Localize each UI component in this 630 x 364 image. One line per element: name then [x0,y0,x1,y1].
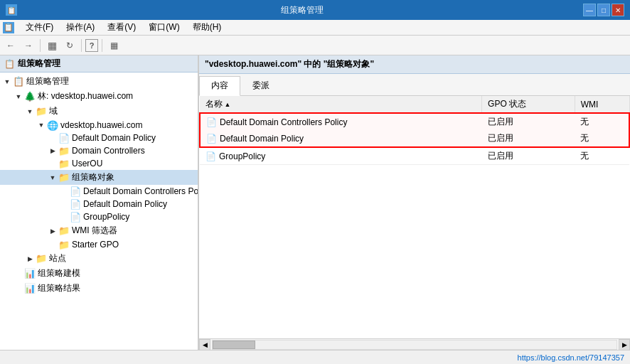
table-row[interactable]: 📄Default Domain Policy已启用无 [200,130,629,147]
refresh-button[interactable]: ↻ [62,38,78,53]
list-button[interactable]: ▦ [44,38,60,53]
tree-item-domain[interactable]: ▼ 🌐 vdesktop.huawei.com [0,119,198,132]
maximize-button[interactable]: □ [597,4,610,16]
toolbar: ← → ▦ ↻ ? ▦ [0,36,630,55]
tree-icon-domain: 🌐 [47,120,58,130]
tree-icon-userou: 📁 [58,159,70,168]
help-button[interactable]: ? [85,39,98,52]
tree-item-root[interactable]: ▼ 📋 组策略管理 [0,74,198,89]
tree-icon-gpo: 📁 [58,173,70,183]
col-wmi[interactable]: WMI [575,96,629,113]
tree-item-forest[interactable]: ▼ 🌲 林: vdesktop.huawei.com [0,89,198,104]
cell-gpo-status: 已启用 [482,113,575,130]
toolbar-separator-1 [40,39,41,52]
cell-name: 📄GroupPolicy [200,147,482,165]
status-bar: https://blog.csdn.net/79147357 [0,350,630,364]
doc-icon: 📄 [206,117,217,127]
toolbar-separator-2 [81,39,82,52]
expand-root[interactable]: ▼ [3,77,11,86]
tree-item-domains[interactable]: ▼ 📁 域 [0,104,198,119]
tree-label-userou: UserOU [72,159,102,168]
col-gpo-status[interactable]: GPO 状态 [482,96,575,113]
right-panel-header-text: "vdesktop.huawei.com" 中的 "组策略对象" [205,59,374,69]
menu-help[interactable]: 帮助(H) [187,20,228,35]
tree-icon-gpo-ddp: 📄 [70,199,81,209]
menu-view[interactable]: 查看(V) [102,20,142,35]
left-panel-header: 📋 组策略管理 [0,55,198,73]
tree-item-ddp[interactable]: ▶ 📄 Default Domain Policy [0,132,198,144]
tree-icon-gpo-gp: 📄 [70,212,81,222]
tree-item-gpo[interactable]: ▼ 📁 组策略对象 [0,170,198,185]
scroll-left-button[interactable]: ◀ [199,339,210,350]
cell-name: 📄Default Domain Policy [200,130,482,147]
cell-wmi: 无 [575,130,629,147]
expand-wmi[interactable]: ▶ [48,227,57,235]
cell-gpo-status: 已启用 [482,130,575,147]
table-row[interactable]: 📄GroupPolicy已启用无 [200,147,629,165]
forward-button[interactable]: → [21,38,36,53]
minimize-button[interactable]: — [583,4,596,16]
tree-label-gpr: 组策略结果 [38,282,80,294]
view-button[interactable]: ▦ [106,38,122,53]
table-area: 名称 GPO 状态 WMI 📄Default Domain Controller… [199,96,630,338]
tree-icon-domains: 📁 [36,107,47,117]
tree-item-dc[interactable]: ▶ 📁 Domain Controllers [0,144,198,157]
menu-file[interactable]: 文件(F) [20,20,59,35]
tree-icon-sites: 📁 [36,254,47,264]
expand-domain[interactable]: ▼ [37,121,46,129]
tab-delegate[interactable]: 委派 [240,76,282,95]
scroll-track[interactable] [212,340,617,350]
tree-item-gpo-gp[interactable]: ▶ 📄 GroupPolicy [0,210,198,223]
expand-sites[interactable]: ▶ [26,255,34,263]
tree-item-gpo-ddp[interactable]: ▶ 📄 Default Domain Policy [0,198,198,210]
tree-icon-forest: 🌲 [24,92,36,102]
title-bar: 📋 组策略管理 — □ ✕ [0,0,630,20]
tree-icon-dc: 📁 [58,146,70,156]
tree-item-gpo-ddcp[interactable]: ▶ 📄 Default Domain Controllers Policy [0,185,198,198]
tree-item-sites[interactable]: ▶ 📁 站点 [0,251,198,266]
tree-icon-wmi: 📁 [58,226,70,236]
cell-wmi: 无 [575,147,629,165]
toolbar-separator-3 [102,39,102,52]
cell-gpo-status: 已启用 [482,147,575,165]
tree-label-ddp: Default Domain Policy [72,133,156,143]
tree-icon-gpm: 📊 [24,269,36,279]
right-panel-header: "vdesktop.huawei.com" 中的 "组策略对象" [199,55,630,74]
app-menu-icon: 📋 [3,22,14,33]
tree-label-domains: 域 [49,105,58,117]
doc-icon: 📄 [206,134,217,144]
menu-bar: 📋 文件(F) 操作(A) 查看(V) 窗口(W) 帮助(H) [0,20,630,36]
expand-gpo[interactable]: ▼ [48,173,57,182]
main-area: 📋 组策略管理 ▼ 📋 组策略管理 ▼ 🌲 林: vdesktop.huawei… [0,55,630,350]
tree-label-forest: 林: vdesktop.huawei.com [38,90,133,102]
tree-label-sites: 站点 [49,252,66,264]
horizontal-scrollbar[interactable]: ◀ ▶ [199,338,630,350]
left-panel: 📋 组策略管理 ▼ 📋 组策略管理 ▼ 🌲 林: vdesktop.huawei… [0,55,199,350]
expand-dc[interactable]: ▶ [48,146,57,155]
tree-label-wmi: WMI 筛选器 [72,225,117,237]
tree-item-gpr[interactable]: ▶ 📊 组策略结果 [0,281,198,296]
scroll-thumb[interactable] [213,341,255,349]
back-button[interactable]: ← [3,38,18,53]
window-controls: — □ ✕ [583,4,624,16]
tree-label-root: 组策略管理 [26,75,69,87]
scroll-right-button[interactable]: ▶ [619,339,630,350]
table-row[interactable]: 📄Default Domain Controllers Policy已启用无 [200,113,629,130]
tab-content[interactable]: 内容 [199,76,240,96]
expand-domains[interactable]: ▼ [26,107,34,116]
tree-item-userou[interactable]: ▶ 📁 UserOU [0,157,198,170]
tree-item-starter[interactable]: ▶ 📁 Starter GPO [0,238,198,251]
tree-label-gpo: 组策略对象 [72,171,114,183]
menu-action[interactable]: 操作(A) [60,20,100,35]
tree-item-gpm[interactable]: ▶ 📊 组策略建模 [0,266,198,281]
col-name[interactable]: 名称 [200,96,482,113]
tree-icon-root: 📋 [13,77,24,87]
tree-item-wmi[interactable]: ▶ 📁 WMI 筛选器 [0,223,198,238]
close-button[interactable]: ✕ [612,4,624,16]
tab-bar: 内容 委派 [199,74,630,96]
tree-icon-starter: 📁 [58,240,70,250]
status-link[interactable]: https://blog.csdn.net/79147357 [518,353,624,362]
tree-label-gpo-ddcp: Default Domain Controllers Policy [83,186,199,196]
expand-forest[interactable]: ▼ [14,92,23,101]
menu-window[interactable]: 窗口(W) [143,20,185,35]
